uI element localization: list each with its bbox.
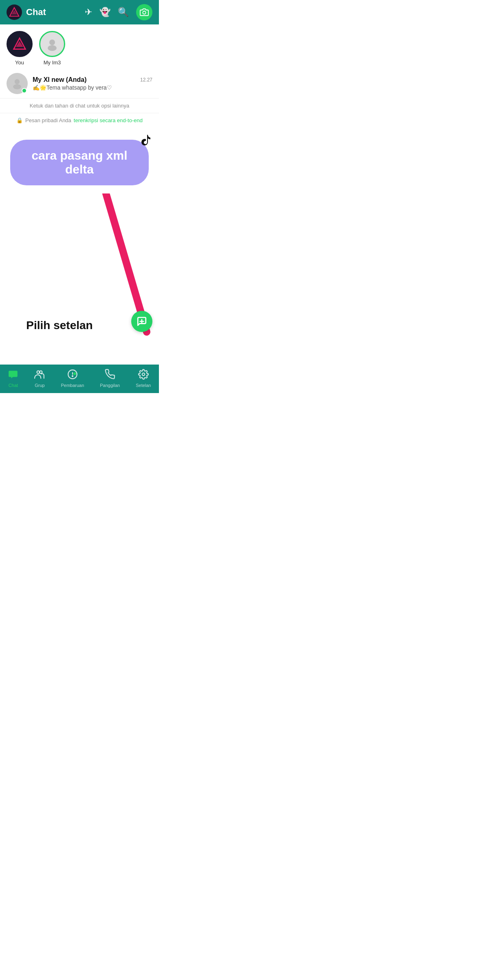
updates-nav-icon — [67, 369, 78, 382]
tiktok-bubble-text: cara pasang xml delta — [26, 149, 133, 176]
tiktok-bubble[interactable]: cara pasang xml delta — [10, 140, 149, 185]
app-logo — [7, 4, 22, 20]
chat-content: My Xl new (Anda) 12.27 ✍🌟Tema whatsapp b… — [33, 76, 152, 91]
chat-item-my-xl[interactable]: My Xl new (Anda) 12.27 ✍🌟Tema whatsapp b… — [0, 69, 159, 99]
encryption-notice: 🔒 Pesan pribadi Anda terenkripsi secara … — [0, 113, 159, 127]
hint-bar: Ketuk dan tahan di chat untuk opsi lainn… — [0, 99, 159, 113]
tiktok-logo-icon — [139, 134, 153, 151]
chat-avatar-wrap — [7, 73, 28, 94]
header-title: Chat — [26, 7, 81, 18]
chat-list: My Xl new (Anda) 12.27 ✍🌟Tema whatsapp b… — [0, 69, 159, 99]
online-indicator — [22, 88, 27, 93]
story-avatar-my-im3 — [39, 31, 65, 57]
story-label-you: You — [15, 59, 24, 66]
lock-icon: 🔒 — [16, 117, 23, 123]
chat-preview: ✍🌟Tema whatsapp by vera♡ — [33, 84, 152, 91]
nav-item-pembaruan[interactable]: Pembaruan — [61, 369, 84, 388]
nav-label-panggilan: Panggilan — [100, 383, 120, 388]
nav-label-pembaruan: Pembaruan — [61, 383, 84, 388]
svg-point-7 — [15, 79, 20, 84]
story-label-my-im3: My Im3 — [44, 59, 61, 66]
camera-button[interactable] — [136, 4, 152, 20]
nav-item-panggilan[interactable]: Panggilan — [100, 369, 120, 388]
svg-point-2 — [143, 11, 145, 14]
calls-nav-icon — [105, 369, 115, 382]
chat-name-row: My Xl new (Anda) 12.27 — [33, 76, 152, 83]
arrow-area: Pilih setelan — [0, 193, 159, 365]
story-my-im3[interactable]: My Im3 — [39, 31, 65, 66]
fab-new-chat-button[interactable] — [131, 311, 152, 332]
stories-row: You My Im3 — [0, 24, 159, 69]
svg-point-19 — [142, 373, 145, 376]
chat-name: My Xl new (Anda) — [33, 76, 86, 83]
story-avatar-you — [7, 31, 33, 57]
bottom-nav: Chat Grup Pembaruan P — [0, 365, 159, 393]
app-header: Chat ✈ 👻 🔍 — [0, 0, 159, 24]
nav-item-setelan[interactable]: Setelan — [136, 369, 151, 388]
settings-nav-icon — [138, 369, 149, 382]
svg-point-15 — [40, 371, 42, 374]
search-icon[interactable]: 🔍 — [118, 7, 129, 18]
svg-point-6 — [48, 45, 57, 51]
tiktok-area: cara pasang xml delta — [0, 127, 159, 193]
nav-item-chat[interactable]: Chat — [8, 369, 18, 388]
ghost-icon[interactable]: 👻 — [99, 7, 110, 18]
story-you[interactable]: You — [7, 31, 33, 66]
chat-nav-icon — [8, 369, 18, 382]
chat-time: 12.27 — [140, 77, 152, 83]
encryption-link[interactable]: terenkripsi secara end-to-end — [74, 117, 143, 123]
encryption-text: Pesan pribadi Anda — [25, 117, 71, 123]
header-icons: ✈ 👻 🔍 — [85, 4, 152, 20]
nav-label-setelan: Setelan — [136, 383, 151, 388]
svg-point-8 — [13, 84, 21, 89]
nav-label-grup: Grup — [35, 383, 44, 388]
hint-text: Ketuk dan tahan di chat untuk opsi lainn… — [30, 103, 129, 109]
pilih-setelan-label: Pilih setelan — [26, 319, 93, 332]
airplane-icon[interactable]: ✈ — [85, 7, 92, 18]
nav-label-chat: Chat — [9, 383, 18, 388]
svg-point-18 — [72, 376, 73, 376]
group-nav-icon — [34, 369, 45, 382]
nav-item-grup[interactable]: Grup — [34, 369, 45, 388]
svg-point-5 — [49, 40, 55, 45]
